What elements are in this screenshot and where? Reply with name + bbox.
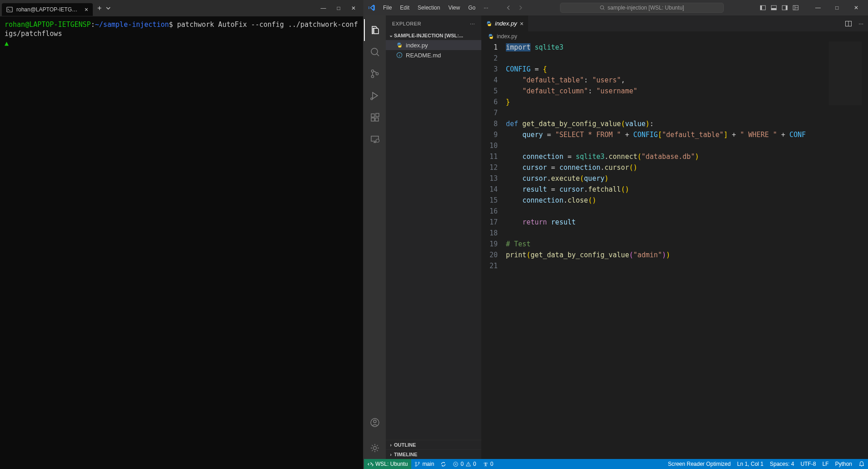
close-icon[interactable]: × [520,20,523,27]
remote-explorer-icon[interactable] [364,128,386,150]
status-language[interactable]: Python [832,461,855,467]
file-readme-md[interactable]: README.md [386,50,481,60]
status-branch[interactable]: main [411,461,437,467]
error-count: 0 [460,461,464,467]
menu-selection[interactable]: Selection [414,3,444,13]
nav-forward-icon[interactable] [517,5,524,11]
breadcrumb[interactable]: index.py [481,31,868,41]
svg-point-1 [600,6,604,10]
status-line-col[interactable]: Ln 1, Col 1 [734,461,767,467]
nav-back-icon[interactable] [505,5,512,11]
status-remote[interactable]: WSL: Ubuntu [364,459,411,469]
status-sync[interactable] [437,461,449,467]
svg-rect-19 [376,113,379,117]
outline-section[interactable]: › OUTLINE [386,440,481,449]
more-actions-icon[interactable]: ··· [858,20,863,27]
status-spaces[interactable]: Spaces: 4 [767,461,797,467]
prompt-symbol: $ [169,20,173,29]
editor-tab-actions: ··· [845,15,868,31]
sidebar-title: EXPLORER [392,21,470,26]
warning-count: 0 [473,461,476,467]
chevron-right-icon: › [388,452,394,457]
terminal-icon [6,6,13,13]
svg-point-29 [415,465,417,466]
layout-customize-icon[interactable] [792,5,799,11]
svg-rect-18 [375,118,378,121]
prompt-user: rohan@LAPTOP-IETGENSP [5,20,91,29]
menu-file[interactable]: File [379,3,395,13]
timeline-section[interactable]: › TIMELINE [386,449,481,459]
editor-tabs: index.py × ··· [481,15,868,31]
layout-side-left-icon[interactable] [760,5,766,11]
source-control-icon[interactable] [364,63,386,85]
close-icon[interactable]: × [85,6,88,13]
outline-label: OUTLINE [394,442,416,448]
svg-point-14 [376,72,378,75]
svg-rect-3 [760,5,762,10]
scrollbar[interactable] [862,41,868,459]
layout-side-right-icon[interactable] [782,5,788,11]
settings-gear-icon[interactable] [364,437,386,459]
split-editor-icon[interactable] [845,20,852,27]
git-branch-icon [414,461,420,467]
more-actions-icon[interactable]: ··· [470,21,475,26]
terminal-titlebar: rohan@LAPTOP-IETGENSP: ~/... × + — □ ✕ [0,0,363,16]
status-screen-reader[interactable]: Screen Reader Optimized [665,461,734,467]
explorer-icon[interactable] [364,19,386,41]
python-file-icon [488,33,494,40]
status-bar: WSL: Ubuntu main 0 0 0 Screen Reader Opt… [364,459,868,469]
window-controls: — □ ✕ [809,2,865,14]
maximize-icon[interactable]: □ [828,2,846,14]
code-lines[interactable]: import sqlite3 CONFIG = { "default_table… [506,41,868,459]
svg-point-11 [371,48,378,55]
file-index-py[interactable]: index.py [386,40,481,50]
command-center[interactable]: sample-injection [WSL: Ubuntu] [560,3,724,13]
editor-tab-index-py[interactable]: index.py × [481,15,529,31]
accounts-icon[interactable] [364,412,386,433]
chevron-down-icon: ⌄ [388,32,394,38]
ports-count: 0 [490,461,494,467]
minimize-icon[interactable]: — [809,2,827,14]
menu-edit[interactable]: Edit [396,3,413,13]
project-title: SAMPLE-INJECTION [WSL:... [394,33,463,38]
tab-dropdown-icon[interactable] [106,6,111,10]
warning-icon [465,461,471,467]
status-encoding[interactable]: UTF-8 [797,461,819,467]
status-problems[interactable]: 0 0 [449,461,479,467]
radio-tower-icon [483,461,489,467]
layout-icons [760,5,799,11]
close-icon[interactable]: ✕ [351,5,356,11]
terminal-tab[interactable]: rohan@LAPTOP-IETGENSP: ~/... × [2,3,93,16]
status-ports[interactable]: 0 [479,461,497,467]
bell-icon [858,461,865,467]
maximize-icon[interactable]: □ [337,5,340,11]
prompt-path: ~/sample-injection [95,20,169,29]
editor-area: index.py × ··· index.py 1234567891011121… [481,15,868,459]
menu-more-icon[interactable]: ··· [480,3,492,13]
error-icon [453,461,459,467]
svg-rect-17 [371,118,374,121]
editor-content[interactable]: 123456789101112131415161718192021 import… [481,41,868,459]
run-debug-icon[interactable] [364,85,386,107]
vscode-window: File Edit Selection View Go ··· sample-i… [364,0,868,469]
status-right: Screen Reader Optimized Ln 1, Col 1 Spac… [665,459,868,469]
status-eol[interactable]: LF [819,461,832,467]
minimize-icon[interactable]: — [321,5,326,11]
project-section[interactable]: ⌄ SAMPLE-INJECTION [WSL:... [386,31,481,39]
menubar: File Edit Selection View Go ··· [379,3,492,13]
prompt-colon: : [91,20,95,29]
status-notifications[interactable] [855,461,868,467]
sidebar-header: EXPLORER ··· [386,15,481,31]
menu-go[interactable]: Go [464,3,479,13]
search-icon[interactable] [364,41,386,63]
extensions-icon[interactable] [364,107,386,128]
minimap[interactable] [829,41,862,105]
new-tab-button[interactable]: + [97,4,101,12]
sidebar: EXPLORER ··· ⌄ SAMPLE-INJECTION [WSL:...… [386,15,481,459]
line-numbers: 123456789101112131415161718192021 [481,41,506,459]
close-icon[interactable]: ✕ [847,2,865,14]
svg-point-23 [373,420,376,423]
terminal-body[interactable]: rohan@LAPTOP-IETGENSP:~/sample-injection… [0,16,363,469]
menu-view[interactable]: View [444,3,464,13]
layout-panel-icon[interactable] [771,5,777,11]
